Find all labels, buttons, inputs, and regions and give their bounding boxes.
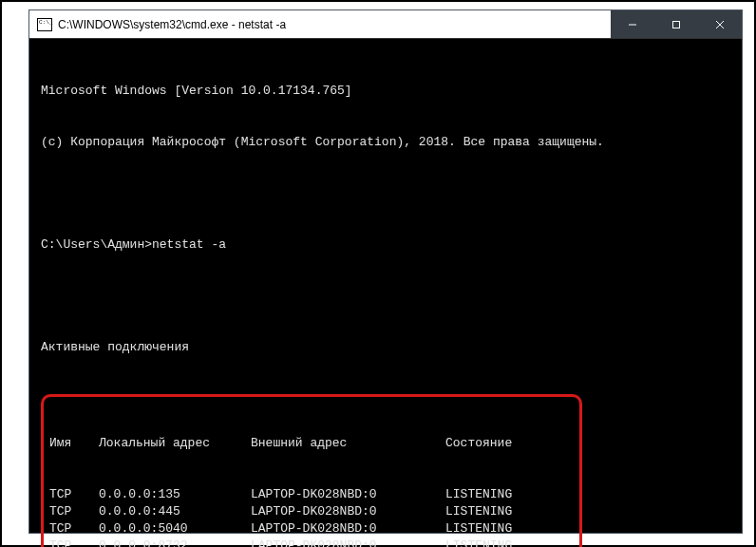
cell-state: LISTENING (445, 503, 574, 520)
maximize-icon (671, 20, 681, 29)
svg-rect-1 (673, 21, 680, 28)
close-icon (715, 20, 725, 29)
table-row: TCP0.0.0.0:5040LAPTOP-DK028NBD:0LISTENIN… (49, 520, 574, 538)
blank-line (41, 288, 730, 305)
window-controls (611, 10, 742, 38)
cell-state: LISTENING (445, 538, 574, 547)
header-state: Состояние (445, 435, 574, 452)
screenshot-frame: C:\WINDOWS\system32\cmd.exe - netstat -a… (0, 0, 756, 547)
terminal-output[interactable]: Microsoft Windows [Version 10.0.17134.76… (29, 39, 742, 547)
table-header-row: Имя Локальный адрес Внешний адрес Состоя… (49, 435, 574, 452)
cmd-icon (37, 18, 52, 31)
header-local: Локальный адрес (99, 435, 251, 452)
banner-line-2: (c) Корпорация Майкрософт (Microsoft Cor… (41, 134, 730, 151)
section-title: Активные подключения (41, 339, 730, 356)
blank-line (41, 185, 730, 202)
table-row: TCP0.0.0.0:445LAPTOP-DK028NBD:0LISTENING (49, 503, 574, 520)
cell-proto: TCP (49, 503, 99, 520)
cmd-window: C:\WINDOWS\system32\cmd.exe - netstat -a… (28, 9, 743, 534)
cell-remote-address: LAPTOP-DK028NBD:0 (251, 538, 445, 547)
cell-proto: TCP (49, 486, 99, 503)
cell-state: LISTENING (445, 486, 574, 503)
maximize-button[interactable] (654, 10, 698, 38)
highlight-annotation: Имя Локальный адрес Внешний адрес Состоя… (41, 394, 582, 547)
minimize-button[interactable] (611, 10, 654, 38)
close-button[interactable] (698, 10, 742, 38)
cell-remote-address: LAPTOP-DK028NBD:0 (251, 520, 445, 538)
cell-proto: TCP (49, 538, 99, 547)
prompt-line: C:\Users\Админ>netstat -a (41, 236, 730, 254)
header-proto: Имя (49, 435, 99, 452)
banner-line-1: Microsoft Windows [Version 10.0.17134.76… (41, 83, 730, 100)
cell-proto: TCP (49, 520, 99, 538)
cell-remote-address: LAPTOP-DK028NBD:0 (251, 486, 445, 503)
table-row: TCP0.0.0.0:8732LAPTOP-DK028NBD:0LISTENIN… (49, 538, 574, 547)
titlebar[interactable]: C:\WINDOWS\system32\cmd.exe - netstat -a (29, 10, 742, 39)
cell-local-address: 0.0.0.0:445 (99, 503, 251, 520)
cell-local-address: 0.0.0.0:5040 (99, 520, 251, 538)
cell-state: LISTENING (445, 520, 574, 538)
window-title: C:\WINDOWS\system32\cmd.exe - netstat -a (58, 18, 611, 31)
cell-remote-address: LAPTOP-DK028NBD:0 (251, 503, 445, 520)
minimize-icon (628, 20, 637, 29)
cell-local-address: 0.0.0.0:8732 (99, 538, 251, 547)
table-row: TCP0.0.0.0:135LAPTOP-DK028NBD:0LISTENING (49, 486, 574, 503)
table-body: TCP0.0.0.0:135LAPTOP-DK028NBD:0LISTENING… (49, 486, 574, 547)
cell-local-address: 0.0.0.0:135 (99, 486, 251, 503)
header-remote: Внешний адрес (251, 435, 445, 452)
